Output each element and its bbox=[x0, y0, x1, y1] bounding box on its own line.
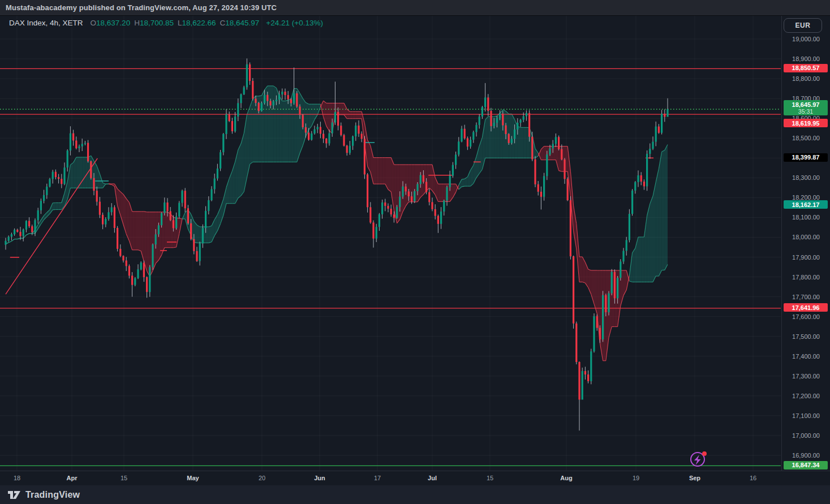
tradingview-logo[interactable]: TradingView bbox=[7, 489, 80, 501]
price-tick: 17,600.00 bbox=[782, 313, 830, 320]
open-label: O bbox=[91, 19, 97, 27]
tradingview-wordmark: TradingView bbox=[25, 490, 80, 500]
high-label: H bbox=[134, 19, 140, 27]
price-level-label: 16,847.34 bbox=[784, 461, 828, 469]
countdown-timer: 35:31 bbox=[784, 108, 828, 115]
price-tick: 17,500.00 bbox=[782, 333, 830, 340]
flash-icon[interactable] bbox=[691, 451, 707, 466]
time-tick: 15 bbox=[487, 471, 493, 485]
low-value: 18,622.66 bbox=[182, 19, 216, 27]
publisher-text: Mustafa-abacademy published on TradingVi… bbox=[6, 3, 277, 12]
price-chart-canvas[interactable] bbox=[0, 0, 830, 504]
high-value: 18,700.85 bbox=[140, 19, 174, 27]
price-level-label: 17,641.96 bbox=[784, 303, 828, 312]
price-level-label: 18,619.95 bbox=[784, 119, 828, 127]
tradingview-logo-icon bbox=[7, 489, 21, 501]
time-tick: Jun bbox=[314, 471, 325, 485]
time-tick: 15 bbox=[121, 471, 127, 485]
time-tick: Jul bbox=[428, 471, 437, 485]
time-tick: Aug bbox=[560, 471, 572, 485]
price-tick: 18,000.00 bbox=[782, 234, 830, 240]
close-value: 18,645.97 bbox=[225, 19, 259, 27]
symbol-title[interactable]: DAX Index, 4h, XETR bbox=[9, 19, 83, 27]
time-tick: 18 bbox=[14, 471, 20, 485]
price-tick: 17,200.00 bbox=[782, 393, 830, 399]
bottom-bar: TradingView bbox=[0, 485, 830, 504]
price-tick: 18,500.00 bbox=[782, 135, 830, 141]
time-tick: 17 bbox=[374, 471, 381, 485]
price-tick: 17,100.00 bbox=[782, 412, 830, 419]
plot-area bbox=[0, 16, 781, 471]
time-tick: 19 bbox=[633, 471, 639, 485]
time-tick: 20 bbox=[259, 471, 265, 485]
price-tick: 17,700.00 bbox=[782, 294, 830, 300]
price-tick: 17,400.00 bbox=[782, 353, 830, 360]
publisher-strip: Mustafa-abacademy published on TradingVi… bbox=[0, 0, 830, 16]
price-tick: 18,900.00 bbox=[782, 55, 830, 62]
notification-dot bbox=[702, 451, 707, 456]
time-tick: Sep bbox=[689, 471, 700, 485]
price-tick: 18,300.00 bbox=[782, 174, 830, 181]
symbol-legend[interactable]: DAX Index, 4h, XETR O18,637.20 H18,700.8… bbox=[9, 19, 323, 27]
time-tick: Apr bbox=[67, 471, 78, 485]
price-level-label: 18,850.57 bbox=[784, 64, 828, 72]
price-level-label: 18,162.17 bbox=[784, 200, 828, 209]
last-price-label: 18,645.9735:31 bbox=[784, 100, 828, 115]
close-label: C bbox=[220, 19, 226, 27]
change-value: +24.21 (+0.13%) bbox=[266, 19, 323, 27]
price-tick: 18,100.00 bbox=[782, 214, 830, 221]
open-value: 18,637.20 bbox=[96, 19, 130, 27]
price-axis[interactable]: 16,900.0017,000.0017,100.0017,200.0017,3… bbox=[781, 16, 830, 471]
price-tick: 19,000.00 bbox=[782, 36, 830, 42]
tradingview-snapshot: Mustafa-abacademy published on TradingVi… bbox=[0, 0, 830, 504]
time-tick: May bbox=[187, 471, 199, 485]
price-tick: 17,300.00 bbox=[782, 373, 830, 380]
price-tick: 17,800.00 bbox=[782, 274, 830, 281]
price-tick: 16,900.00 bbox=[782, 452, 830, 459]
price-tick: 18,800.00 bbox=[782, 75, 830, 82]
trend-line bbox=[6, 158, 97, 294]
time-tick: 16 bbox=[750, 471, 756, 485]
price-level-label: 18,399.87 bbox=[784, 153, 828, 162]
price-tick: 17,000.00 bbox=[782, 432, 830, 439]
price-tick: 17,900.00 bbox=[782, 254, 830, 261]
time-axis[interactable]: 18Apr15May20Jun17Jul15Aug19Sep16 bbox=[0, 471, 830, 485]
